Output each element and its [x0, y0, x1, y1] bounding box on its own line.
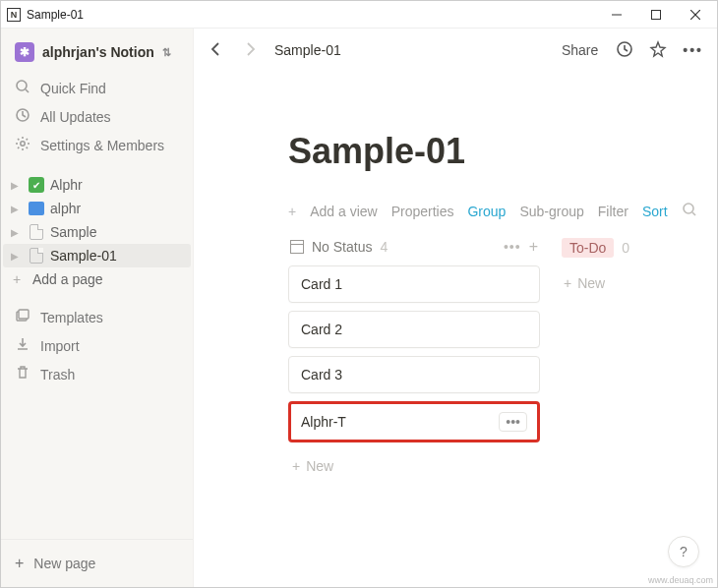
tree-item-alphr-check[interactable]: ▶ ✔ Alphr [3, 173, 191, 197]
sort-button[interactable]: Sort [642, 204, 668, 219]
plus-icon: + [11, 271, 23, 287]
new-card-button[interactable]: + New [560, 267, 678, 299]
settings-label: Settings & Members [40, 138, 164, 153]
column-add-button[interactable]: + [529, 238, 538, 256]
window-close-button[interactable] [676, 2, 715, 28]
search-icon [15, 79, 30, 97]
share-button[interactable]: Share [556, 38, 604, 62]
tree-item-sample-01[interactable]: ▶ Sample-01 [3, 244, 191, 267]
column-title-tag: To-Do [562, 238, 614, 258]
templates-label: Templates [40, 310, 103, 325]
card[interactable]: Card 3 [288, 356, 540, 393]
tree-item-label: Sample [50, 224, 185, 240]
help-button[interactable]: ? [668, 536, 699, 567]
new-page-button[interactable]: + New page [5, 550, 189, 577]
svg-rect-9 [19, 310, 29, 319]
templates-button[interactable]: Templates [5, 303, 189, 331]
quick-find-label: Quick Find [40, 81, 106, 96]
svg-point-11 [684, 204, 693, 213]
content-area: Sample-01 Share ••• Sample-01 + Add a vi… [194, 29, 717, 587]
trash-label: Trash [40, 367, 75, 382]
trash-button[interactable]: Trash [5, 360, 189, 388]
board: No Status 4 ••• + Card 1 Card 2 [288, 234, 717, 482]
search-icon[interactable] [682, 202, 697, 220]
topbar: Sample-01 Share ••• [194, 29, 717, 72]
column-menu-button[interactable]: ••• [504, 239, 521, 255]
tree-item-alphr-monitor[interactable]: ▶ alphr [3, 197, 191, 220]
caret-icon: ▶ [11, 227, 23, 238]
card-highlighted[interactable]: Alphr-T ••• [288, 401, 540, 442]
settings-button[interactable]: Settings & Members [5, 131, 189, 159]
favorite-icon[interactable] [645, 36, 671, 65]
clock-icon [15, 107, 30, 126]
card[interactable]: Card 2 [288, 311, 540, 348]
breadcrumb[interactable]: Sample-01 [270, 42, 341, 58]
card-title: Card 3 [301, 367, 342, 382]
page-icon [30, 248, 43, 264]
gear-icon [15, 136, 30, 154]
add-page-button[interactable]: + Add a page [3, 267, 191, 291]
page-icon [30, 224, 43, 240]
window-titlebar: N Sample-01 [1, 1, 717, 29]
all-updates-label: All Updates [40, 109, 111, 125]
add-view-button[interactable]: Add a view [310, 204, 377, 219]
svg-line-5 [26, 89, 29, 92]
group-button[interactable]: Group [467, 204, 506, 219]
window-maximize-button[interactable] [636, 2, 676, 28]
workspace-icon: ✱ [15, 42, 34, 62]
plus-icon: + [292, 458, 300, 474]
card[interactable]: Card 1 [288, 265, 540, 303]
view-toolbar: + Add a view Properties Group Sub-group … [288, 202, 717, 220]
caret-icon: ▶ [11, 204, 23, 214]
help-label: ? [680, 544, 688, 559]
trash-icon [15, 365, 30, 383]
tree-item-sample[interactable]: ▶ Sample [3, 220, 191, 244]
workspace-switcher[interactable]: ✱ alphrjan's Notion ⇅ [9, 38, 185, 66]
tree-item-label: Alphr [50, 177, 185, 193]
window-minimize-button[interactable] [597, 2, 636, 28]
new-card-label: New [306, 458, 333, 474]
board-column-todo: To-Do 0 + New [560, 234, 678, 299]
plus-icon: + [288, 204, 296, 219]
new-page-label: New page [33, 556, 95, 571]
checkbox-icon: ✔ [29, 177, 44, 193]
back-button[interactable] [204, 36, 229, 65]
card-title: Alphr-T [301, 414, 346, 430]
import-button[interactable]: Import [5, 331, 189, 360]
status-icon [290, 240, 304, 254]
updates-icon[interactable] [612, 36, 637, 65]
card-title: Card 1 [301, 276, 342, 292]
tree-item-label: Sample-01 [50, 248, 185, 264]
more-icon[interactable]: ••• [679, 38, 707, 62]
svg-point-4 [17, 81, 27, 90]
tree-item-label: alphr [50, 201, 185, 216]
caret-icon: ▶ [11, 251, 23, 262]
forward-button[interactable] [237, 36, 263, 65]
import-icon [15, 336, 30, 355]
sidebar: ✱ alphrjan's Notion ⇅ Quick Find All Upd [1, 29, 194, 587]
properties-button[interactable]: Properties [391, 204, 454, 219]
all-updates-button[interactable]: All Updates [5, 102, 189, 131]
plus-icon: + [564, 275, 571, 291]
import-label: Import [40, 338, 80, 354]
add-page-label: Add a page [32, 271, 185, 287]
page-title: Sample-01 [288, 131, 717, 172]
card-menu-button[interactable]: ••• [499, 412, 527, 432]
new-card-label: New [577, 275, 605, 291]
updown-icon: ⇅ [162, 46, 171, 59]
card-title: Card 2 [301, 322, 342, 337]
column-title: No Status [312, 239, 372, 255]
workspace-name: alphrjan's Notion [42, 44, 154, 60]
window-title: Sample-01 [27, 8, 84, 22]
subgroup-button[interactable]: Sub-group [519, 204, 583, 219]
new-card-button[interactable]: + New [288, 450, 540, 482]
board-column-no-status: No Status 4 ••• + Card 1 Card 2 [288, 234, 540, 482]
templates-icon [15, 308, 30, 326]
filter-button[interactable]: Filter [598, 204, 628, 219]
app-icon: N [7, 8, 21, 22]
quick-find-button[interactable]: Quick Find [5, 74, 189, 102]
svg-line-12 [692, 212, 695, 215]
plus-icon: + [15, 555, 24, 572]
watermark: www.deuaq.com [648, 575, 713, 585]
caret-icon: ▶ [11, 180, 23, 191]
